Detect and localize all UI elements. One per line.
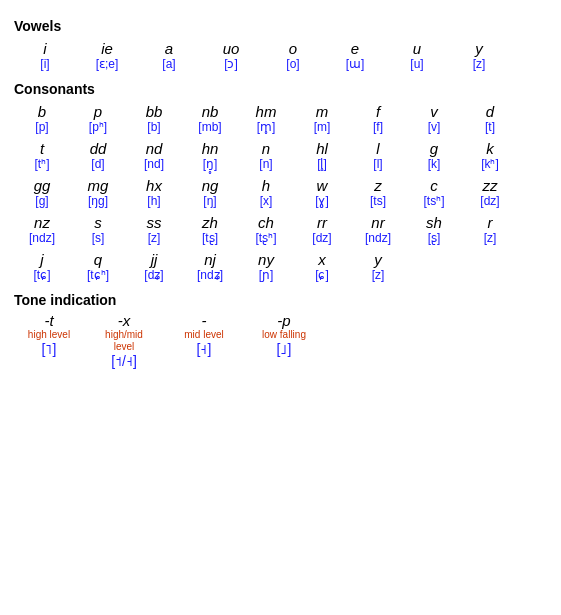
consonant-letter: l [376,140,379,157]
consonant-letter: j [40,251,43,268]
tone-grid: -thigh level[˥]-xhigh/midlevel[˦/˧]-mid … [14,312,547,369]
consonant-phonetic: [dʑ] [144,268,163,282]
consonant-phonetic: [z] [372,268,385,282]
consonants-row-0: b [p]p [pʰ]bb [b]nb [mb]hm [m̥]m [m]f [f… [14,101,547,136]
consonant-cell: nr [ndz] [350,212,406,247]
tone-section: Tone indication -thigh level[˥]-xhigh/mi… [14,292,547,369]
consonant-phonetic: [ʂ] [428,231,441,245]
consonant-letter: nj [204,251,216,268]
tone-cell: -xhigh/midlevel[˦/˧] [84,312,164,369]
consonants-rows: b [p]p [pʰ]bb [b]nb [mb]hm [m̥]m [m]f [f… [14,101,547,284]
consonant-cell: hx [h] [126,175,182,210]
vowel-phonetic: [z] [473,57,486,71]
consonant-phonetic: [z] [148,231,161,245]
consonant-cell: b [p] [14,101,70,136]
consonant-cell: z [ts] [350,175,406,210]
consonant-cell: w [ɣ] [294,175,350,210]
consonant-cell: hn [ŋ̥] [182,138,238,173]
vowel-letter: ie [101,40,113,57]
consonant-cell: zz [dz] [462,175,518,210]
consonant-phonetic: [f] [373,120,383,134]
consonant-letter: nr [371,214,384,231]
consonant-cell: l [l] [350,138,406,173]
consonant-phonetic: [t] [485,120,495,134]
vowels-title: Vowels [14,18,547,34]
vowel-letter: o [289,40,297,57]
consonant-cell: h [x] [238,175,294,210]
consonant-phonetic: [ts] [370,194,386,208]
consonant-letter: r [488,214,493,231]
consonant-cell: rr [dz] [294,212,350,247]
consonant-letter: nz [34,214,50,231]
vowel-cell: e [ɯ] [324,38,386,73]
consonant-cell: bb [b] [126,101,182,136]
consonant-phonetic: [z] [484,231,497,245]
vowel-letter: a [165,40,173,57]
consonant-letter: gg [34,177,51,194]
consonant-cell: nb [mb] [182,101,238,136]
consonant-letter: f [376,103,380,120]
consonant-letter: n [262,140,270,157]
consonant-cell: mg [ŋg] [70,175,126,210]
tone-letter: - [202,312,207,329]
vowel-cell: o [o] [262,38,324,73]
consonant-phonetic: [n] [259,157,272,171]
vowel-cell: ie [ɛ;e] [76,38,138,73]
consonant-phonetic: [k] [428,157,441,171]
consonant-cell: ch [tʂʰ] [238,212,294,247]
tone-title: Tone indication [14,292,547,308]
vowel-phonetic: [ɔ] [224,57,238,71]
consonant-cell: g [k] [406,138,462,173]
vowel-phonetic: [ɛ;e] [96,57,119,71]
consonant-cell: ss [z] [126,212,182,247]
consonant-phonetic: [dz] [480,194,499,208]
vowel-letter: i [43,40,46,57]
consonant-phonetic: [ndz] [365,231,391,245]
consonant-phonetic: [tɕʰ] [87,268,109,282]
consonant-letter: v [430,103,438,120]
consonants-row-2: gg [g]mg [ŋg]hx [h]ng [ŋ]h [x]w [ɣ]z [ts… [14,175,547,210]
consonant-cell: c [tsʰ] [406,175,462,210]
consonant-letter: dd [90,140,107,157]
vowel-cell: y [z] [448,38,510,73]
consonant-cell: y [z] [350,249,406,284]
tone-symbol: [˦/˧] [111,353,137,369]
consonant-cell: nz [ndz] [14,212,70,247]
consonant-cell: jj [dʑ] [126,249,182,284]
consonant-phonetic: [ndz] [29,231,55,245]
consonant-phonetic: [l̥] [317,157,327,171]
consonant-phonetic: [d] [91,157,104,171]
consonant-phonetic: [pʰ] [89,120,107,134]
vowel-phonetic: [a] [162,57,175,71]
consonant-letter: hm [256,103,277,120]
consonant-phonetic: [dz] [312,231,331,245]
consonant-cell: ny [ɲ] [238,249,294,284]
consonant-cell: v [v] [406,101,462,136]
consonants-title: Consonants [14,81,547,97]
consonant-cell: q [tɕʰ] [70,249,126,284]
consonant-cell: hm [m̥] [238,101,294,136]
vowel-phonetic: [i] [40,57,49,71]
consonant-letter: nb [202,103,219,120]
consonant-phonetic: [g] [35,194,48,208]
consonant-phonetic: [ɣ] [315,194,329,208]
tone-label: mid level [184,329,223,341]
consonant-letter: c [430,177,438,194]
tone-label: high level [28,329,70,341]
consonant-letter: nd [146,140,163,157]
consonant-letter: rr [317,214,327,231]
consonant-cell: j [tɕ] [14,249,70,284]
vowel-letter: e [351,40,359,57]
consonant-letter: b [38,103,46,120]
tone-letter: -x [118,312,131,329]
consonant-letter: hn [202,140,219,157]
consonant-phonetic: [p] [35,120,48,134]
consonant-letter: s [94,214,102,231]
consonant-letter: mg [88,177,109,194]
consonant-cell: s [s] [70,212,126,247]
consonant-letter: sh [426,214,442,231]
consonant-cell: r [z] [462,212,518,247]
consonant-phonetic: [h] [147,194,160,208]
consonant-cell: nd [nd] [126,138,182,173]
consonant-phonetic: [ŋ̥] [203,157,218,171]
